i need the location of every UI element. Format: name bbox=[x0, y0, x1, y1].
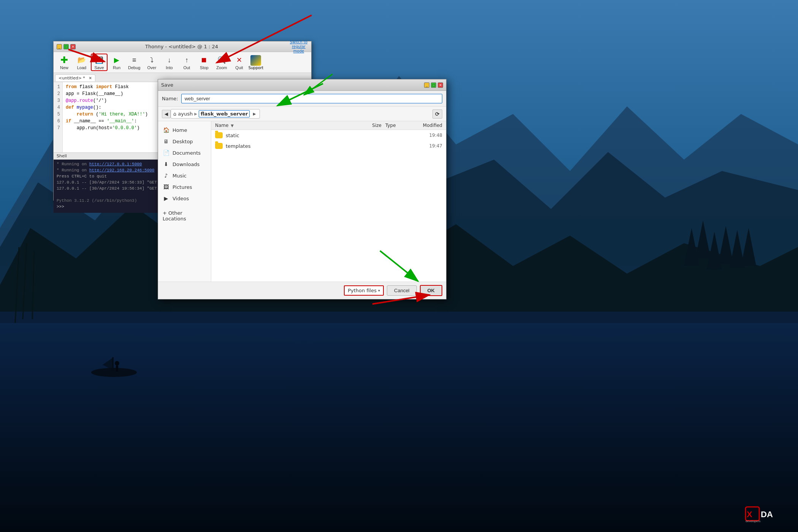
tab-label: <untitled> * bbox=[59, 76, 85, 81]
sidebar-downloads-label: Downloads bbox=[173, 162, 200, 167]
sidebar-item-downloads[interactable]: ⬇ Downloads bbox=[158, 158, 211, 170]
sidebar-music-label: Music bbox=[173, 173, 187, 179]
zoom-label: Zoom bbox=[216, 65, 227, 70]
load-button[interactable]: 📂 Load bbox=[73, 54, 90, 71]
save-button[interactable]: 💾 Save bbox=[91, 54, 108, 71]
debug-button[interactable]: ≡ Debug bbox=[126, 54, 142, 71]
sidebar-documents-label: Documents bbox=[173, 150, 201, 156]
new-button[interactable]: ✚ New bbox=[56, 54, 73, 71]
quit-icon: ✕ bbox=[234, 55, 244, 65]
tab-close[interactable]: ✕ bbox=[89, 76, 92, 80]
sidebar-desktop-label: Desktop bbox=[173, 139, 193, 144]
music-icon: ♪ bbox=[163, 173, 169, 179]
file-modified-static: 19:48 bbox=[412, 133, 442, 138]
dialog-titlebar: Save _ □ ✕ bbox=[158, 79, 446, 91]
sidebar-item-music[interactable]: ♪ Music bbox=[158, 170, 211, 181]
header-size[interactable]: Size bbox=[359, 123, 382, 128]
shell-label: Shell bbox=[57, 154, 67, 158]
into-label: Into bbox=[166, 65, 173, 70]
dialog-controls: _ □ ✕ bbox=[424, 82, 443, 88]
breadcrumb-expand[interactable]: ▶ bbox=[251, 111, 257, 117]
dialog-maximize[interactable]: □ bbox=[431, 82, 436, 88]
debug-label: Debug bbox=[128, 65, 140, 70]
breadcrumb-current[interactable]: flask_web_server bbox=[199, 110, 250, 117]
line-numbers: 1234567 bbox=[54, 82, 63, 152]
breadcrumb-home-icon[interactable]: ⌂ bbox=[173, 111, 176, 117]
downloads-icon: ⬇ bbox=[163, 161, 169, 167]
minimize-button[interactable]: _ bbox=[57, 44, 62, 49]
thonny-toolbar: ✚ New 📂 Load 💾 Save ▶ Run ≡ Debug ⤵ Over… bbox=[54, 52, 311, 73]
sidebar-item-other-locations[interactable]: + Other Locations bbox=[158, 204, 211, 224]
filename-label: Name: bbox=[162, 96, 178, 101]
sidebar-item-pictures[interactable]: 🖼 Pictures bbox=[158, 181, 211, 193]
sidebar-videos-label: Videos bbox=[173, 196, 189, 201]
file-entry-templates[interactable]: templates 19:47 bbox=[211, 141, 446, 151]
sidebar-home-label: Home bbox=[173, 127, 187, 133]
maximize-button[interactable]: □ bbox=[63, 44, 69, 49]
cancel-button[interactable]: Cancel bbox=[387, 285, 416, 296]
folder-icon-templates bbox=[215, 143, 223, 149]
sidebar-item-videos[interactable]: ▶ Videos bbox=[158, 193, 211, 204]
desktop-icon: 🖥 bbox=[163, 138, 169, 144]
breadcrumb-separator-1: ▶ bbox=[194, 112, 197, 116]
close-button[interactable]: ✕ bbox=[70, 44, 76, 49]
file-type-label: Python files bbox=[348, 288, 377, 293]
breadcrumb-home[interactable]: ayush bbox=[178, 111, 193, 117]
ok-button[interactable]: OK bbox=[420, 285, 443, 296]
videos-icon: ▶ bbox=[163, 195, 169, 201]
dialog-minimize[interactable]: _ bbox=[424, 82, 429, 88]
quit-button[interactable]: ✕ Quit bbox=[231, 54, 247, 71]
stop-button[interactable]: ⏹ Stop bbox=[196, 54, 212, 71]
header-name[interactable]: Name ▼ bbox=[215, 123, 359, 128]
out-button[interactable]: ↑ Out bbox=[178, 54, 195, 71]
sidebar-item-desktop[interactable]: 🖥 Desktop bbox=[158, 136, 211, 147]
sort-indicator: ▼ bbox=[231, 124, 234, 128]
svg-text:DA: DA bbox=[761, 510, 773, 519]
filename-input[interactable] bbox=[181, 94, 442, 103]
window-controls: _ □ ✕ bbox=[57, 44, 76, 49]
documents-icon: 📄 bbox=[163, 150, 169, 156]
load-icon: 📂 bbox=[76, 55, 87, 65]
support-flag bbox=[250, 55, 261, 66]
save-dialog: Save _ □ ✕ Name: ◀ ⌂ ayush ▶ flask_web_s… bbox=[158, 79, 446, 299]
refresh-button[interactable]: ⟳ bbox=[432, 109, 442, 119]
over-icon: ⤵ bbox=[146, 55, 157, 65]
header-modified[interactable]: Modified bbox=[412, 123, 442, 128]
run-button[interactable]: ▶ Run bbox=[108, 54, 125, 71]
file-name-static: static bbox=[226, 133, 359, 138]
new-icon: ✚ bbox=[59, 55, 70, 65]
breadcrumb-nav: ◀ ⌂ ayush ▶ flask_web_server ▶ bbox=[162, 109, 260, 119]
file-name-templates: templates bbox=[226, 143, 359, 149]
filename-bar: Name: bbox=[158, 91, 446, 107]
file-entry-static[interactable]: static 19:48 bbox=[211, 130, 446, 141]
svg-text:developers: developers bbox=[746, 519, 760, 523]
svg-text:X: X bbox=[747, 510, 752, 519]
out-icon: ↑ bbox=[181, 55, 192, 65]
dialog-title: Save bbox=[161, 82, 173, 88]
debug-icon: ≡ bbox=[129, 55, 139, 65]
quit-label: Quit bbox=[235, 65, 243, 70]
zoom-button[interactable]: 🔍 Zoom bbox=[213, 54, 230, 71]
dialog-sidebar: 🏠 Home 🖥 Desktop 📄 Documents ⬇ Downloads… bbox=[158, 121, 211, 282]
support-label: Support bbox=[249, 66, 264, 70]
file-list-header: Name ▼ Size Type Modified bbox=[211, 121, 446, 130]
folder-icon-static bbox=[215, 132, 223, 138]
tab-untitled[interactable]: <untitled> * ✕ bbox=[55, 74, 95, 81]
breadcrumb-back[interactable]: ◀ bbox=[162, 110, 171, 118]
dialog-footer: Python files ▾ Cancel OK bbox=[158, 282, 446, 299]
sidebar-item-home[interactable]: 🏠 Home bbox=[158, 124, 211, 136]
dialog-close[interactable]: ✕ bbox=[438, 82, 443, 88]
new-label: New bbox=[60, 65, 68, 70]
over-button[interactable]: ⤵ Over bbox=[143, 54, 160, 71]
run-label: Run bbox=[113, 65, 120, 70]
pictures-icon: 🖼 bbox=[163, 184, 169, 190]
dialog-main: 🏠 Home 🖥 Desktop 📄 Documents ⬇ Downloads… bbox=[158, 121, 446, 282]
into-button[interactable]: ↓ Into bbox=[161, 54, 177, 71]
zoom-icon: 🔍 bbox=[216, 55, 227, 65]
sidebar-item-documents[interactable]: 📄 Documents bbox=[158, 147, 211, 158]
file-type-dropdown[interactable]: Python files ▾ bbox=[344, 285, 384, 296]
into-icon: ↓ bbox=[164, 55, 174, 65]
header-type[interactable]: Type bbox=[382, 123, 412, 128]
dialog-body: Name: ◀ ⌂ ayush ▶ flask_web_server ▶ ⟳ bbox=[158, 91, 446, 299]
switch-mode-link[interactable]: Switch to regular mode bbox=[289, 40, 308, 54]
